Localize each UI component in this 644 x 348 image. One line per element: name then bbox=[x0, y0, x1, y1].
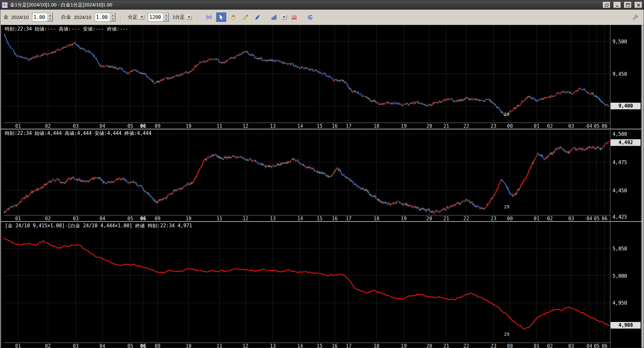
svg-text:R: R bbox=[309, 16, 312, 19]
hour-label: 09 bbox=[155, 216, 160, 221]
gold-panel: 時刻:22:34 始値:--- 高値:--- 安値:--- 終値:--- 29 … bbox=[1, 25, 641, 129]
hour-label: 05 bbox=[594, 343, 599, 348]
hour-label: 01 bbox=[534, 343, 539, 348]
hour-label: 18 bbox=[374, 343, 379, 348]
platinum-chart-canvas[interactable]: 時刻:22:34 始値:4,444 高値:4,444 安値:4,444 終値:4… bbox=[4, 129, 610, 215]
hour-label: 23 bbox=[491, 343, 496, 348]
hour-label: 11 bbox=[217, 123, 222, 129]
hour-label: 13 bbox=[270, 343, 276, 348]
gold-ratio-input[interactable] bbox=[32, 13, 47, 21]
maximize-button[interactable] bbox=[624, 2, 631, 8]
pen-icon bbox=[254, 14, 261, 21]
gold-price-axis[interactable]: 9,5009,4509,400 bbox=[610, 25, 641, 129]
platinum-ratio-down-button[interactable]: ▼ bbox=[110, 17, 115, 22]
cursor-tool-button[interactable] bbox=[216, 13, 226, 22]
cursor-icon bbox=[218, 14, 224, 21]
hour-label: 17 bbox=[346, 343, 351, 348]
chart-tool-button[interactable] bbox=[204, 13, 214, 22]
hour-label: 06 bbox=[602, 343, 607, 348]
hour-label: 05 bbox=[594, 123, 599, 129]
gold-chart-canvas[interactable]: 時刻:22:34 始値:--- 高値:--- 安値:--- 終値:--- 29 bbox=[4, 25, 610, 123]
histogram-tool-button[interactable] bbox=[289, 13, 299, 22]
float-window-icon bbox=[605, 4, 609, 7]
spread-time-axis: 0102030405060910111213141516171819202122… bbox=[4, 343, 610, 348]
bar-count-input[interactable] bbox=[148, 13, 163, 21]
price-axis-label: 9,450 bbox=[613, 71, 627, 77]
minimize-button[interactable] bbox=[614, 2, 621, 8]
platinum-date-marker: 29 bbox=[504, 204, 510, 209]
hour-label: 04 bbox=[99, 216, 105, 221]
hour-label: 09 bbox=[155, 123, 160, 129]
timeframe-dropdown[interactable]: 1分足 ▼ bbox=[171, 13, 193, 21]
hour-label: 23 bbox=[491, 216, 496, 221]
gold-ratio-down-button[interactable]: ▼ bbox=[47, 17, 53, 22]
hour-label: 00 bbox=[507, 343, 513, 348]
hour-label: 12 bbox=[243, 123, 248, 129]
platinum-price-axis[interactable]: 4,5004,4754,4504,4254,492 bbox=[610, 129, 641, 221]
float-window-button[interactable] bbox=[603, 2, 610, 8]
titlebar: 金1分足[2024/10]1.00 - 白金1分足[2024/10]1.00 bbox=[0, 0, 644, 10]
hour-label: 04 bbox=[99, 343, 105, 348]
chart-type-dropdown[interactable]: ▼ bbox=[281, 15, 287, 20]
gold-ratio-spinner: ▲ ▼ bbox=[32, 13, 53, 22]
reload-button[interactable]: R bbox=[305, 13, 315, 22]
hour-label: 00 bbox=[507, 216, 513, 221]
chart-type-button[interactable] bbox=[269, 13, 279, 22]
bar-count-spinner: ▲ ▼ bbox=[148, 13, 169, 22]
spread-chart-canvas[interactable]: [金 24/10 9,415×1.00]-[白金 24/10 4,444×1.0… bbox=[4, 222, 610, 343]
hour-label: 03 bbox=[73, 343, 79, 348]
close-icon bbox=[637, 4, 640, 7]
hour-label: 23 bbox=[491, 123, 496, 129]
hour-label: 21 bbox=[443, 216, 449, 221]
app-window: 金1分足[2024/10]1.00 - 白金1分足[2024/10]1.00 金… bbox=[0, 0, 644, 348]
hour-label: 04 bbox=[99, 123, 105, 129]
chevron-down-icon: ▼ bbox=[186, 15, 192, 20]
hour-label: 03 bbox=[73, 123, 79, 129]
hour-label: 02 bbox=[45, 216, 51, 221]
hour-label: 15 bbox=[317, 123, 322, 129]
timeframe-label: 1分足 bbox=[172, 14, 185, 20]
hand-icon bbox=[230, 14, 236, 21]
pencil-icon bbox=[242, 14, 249, 21]
hour-label: 20 bbox=[426, 216, 432, 221]
bar-chart-icon bbox=[271, 14, 277, 21]
hour-label: 06 bbox=[140, 343, 146, 348]
price-axis-label: 9,500 bbox=[613, 39, 627, 45]
spread-panel: [金 24/10 9,415×1.00]-[白金 24/10 4,444×1.0… bbox=[1, 222, 641, 348]
gold-ratio-up-button[interactable]: ▲ bbox=[47, 13, 53, 17]
hour-label: 03 bbox=[568, 123, 574, 129]
pan-tool-button[interactable] bbox=[228, 13, 238, 22]
gold-last-price-badge: 9,400 bbox=[611, 103, 641, 109]
hour-label: 11 bbox=[217, 343, 222, 348]
bar-count-up-button[interactable]: ▲ bbox=[163, 13, 168, 17]
price-axis-label: 4,475 bbox=[613, 160, 627, 165]
hour-label: 21 bbox=[443, 343, 449, 348]
gold-time-axis: 0102030405060910111213141516171819202122… bbox=[4, 123, 610, 129]
hour-label: 16 bbox=[332, 216, 338, 221]
pen-tool-button[interactable] bbox=[253, 13, 263, 22]
spread-price-axis[interactable]: 5,0505,0004,9504,908 bbox=[610, 222, 641, 348]
hour-label: 01 bbox=[15, 216, 21, 221]
bar-count-down-button[interactable]: ▼ bbox=[163, 17, 168, 22]
pencil-tool-button[interactable] bbox=[241, 13, 251, 22]
hour-label: 01 bbox=[15, 343, 21, 348]
hour-label: 17 bbox=[346, 123, 351, 129]
settings-button[interactable] bbox=[631, 13, 640, 22]
hour-label: 09 bbox=[155, 343, 160, 348]
platinum-panel: 時刻:22:34 始値:4,444 高値:4,444 安値:4,444 終値:4… bbox=[1, 129, 641, 222]
reload-r-icon: R bbox=[307, 14, 313, 21]
app-icon bbox=[2, 2, 8, 8]
hour-label: 06 bbox=[602, 216, 607, 221]
spread-line-chart bbox=[4, 222, 610, 343]
hour-label: 19 bbox=[401, 123, 407, 129]
price-axis-label: 5,000 bbox=[613, 273, 627, 279]
interval-type-dropdown[interactable]: 分足 ▼ bbox=[126, 13, 146, 21]
platinum-ratio-input[interactable] bbox=[95, 13, 110, 21]
platinum-candlestick-chart bbox=[4, 129, 610, 215]
hour-label: 18 bbox=[374, 123, 379, 129]
close-button[interactable] bbox=[635, 2, 642, 8]
hour-label: 02 bbox=[45, 343, 51, 348]
hour-label: 04 bbox=[587, 216, 592, 221]
hour-label: 05 bbox=[127, 343, 133, 348]
platinum-ratio-up-button[interactable]: ▲ bbox=[110, 13, 115, 17]
